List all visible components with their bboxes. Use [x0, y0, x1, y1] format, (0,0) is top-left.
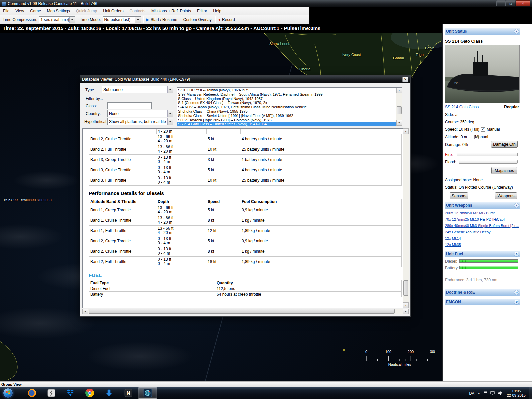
- show-desktop-button[interactable]: [529, 387, 532, 399]
- taskbar-clock[interactable]: 19:05 22-09-2015: [507, 389, 526, 398]
- platform-list-item[interactable]: S Class -- United Kingdom (Royal Navy), …: [177, 97, 396, 101]
- start-button[interactable]: [3, 388, 13, 398]
- network-icon[interactable]: [490, 391, 495, 395]
- platform-list-item[interactable]: S 91 GUPPY II -- Taiwan (Navy), 1969-197…: [177, 88, 396, 92]
- emcon-header: EMCON »: [445, 299, 520, 305]
- weapon-link[interactable]: 289x 40mm/60 Mk3 Single Bofors Burst [2 …: [445, 223, 519, 229]
- taskbar-app-downloader[interactable]: [99, 387, 119, 399]
- window-titlebar[interactable]: Command v1.09 Release Candidate 11 - Bui…: [0, 0, 532, 7]
- scroll-down-icon[interactable]: ▼: [396, 120, 402, 126]
- platform-list-item[interactable]: Shchuka Class -- Soviet Union [-1991] (N…: [177, 114, 396, 118]
- time-mode-dropdown[interactable]: No-pulse (fast): [103, 16, 141, 23]
- type-dropdown[interactable]: Submarine: [102, 86, 173, 93]
- fuel-table-body: Diesel Fuel112,5 tonsBattery64 hours at …: [89, 286, 402, 297]
- unit-photo: 228: [445, 45, 520, 103]
- content-vertical-scrollbar[interactable]: ▲ ▼: [403, 128, 409, 308]
- collapse-chevron-icon[interactable]: »: [514, 203, 519, 208]
- minimize-button[interactable]: –: [496, 0, 506, 6]
- platform-list-scrollbar[interactable]: ▲ ▼: [396, 88, 402, 126]
- taskbar-app-firefox[interactable]: [22, 387, 42, 399]
- platform-list-item[interactable]: S-1 [Cosmos SX-404 Class] -- Taiwan (Nav…: [177, 101, 396, 105]
- scrollbar-thumb[interactable]: [89, 309, 395, 314]
- platform-list-item[interactable]: S-4 ROV -- Japan (Navy), 1979, Hatsushim…: [177, 105, 396, 109]
- language-indicator[interactable]: DA: [469, 391, 474, 395]
- hidden-icons-arrow-icon[interactable]: ▲: [478, 392, 480, 395]
- simulation-time-bar: Time: 22. september 2015 - Zulu: 18:06:1…: [0, 24, 442, 33]
- toolbar-separator: [215, 16, 216, 23]
- scrollbar-thumb[interactable]: [403, 280, 408, 296]
- hypothetical-dropdown[interactable]: Show all platforms, both real-life and h: [107, 118, 173, 125]
- platform-listbox[interactable]: S 91 GUPPY II -- Taiwan (Navy), 1969-197…: [177, 87, 402, 126]
- scroll-right-icon[interactable]: ►: [403, 309, 409, 314]
- performance-row: Band 2, Cruise Throttle0 - 13 ft0 - 4 m8…: [89, 246, 402, 257]
- taskbar-app-command[interactable]: [138, 387, 157, 399]
- time-compression-dropdown[interactable]: 1 sec (real-time): [39, 16, 75, 23]
- class-filter-input[interactable]: [107, 102, 152, 109]
- menu-item-missions-ref-points[interactable]: Missions + Ref. Points: [148, 7, 194, 15]
- taskbar-app-media[interactable]: [42, 387, 61, 399]
- weapon-link[interactable]: 12x Mk35: [445, 242, 519, 248]
- speed-label: Speed: 10 kts (Full): [445, 127, 479, 132]
- weapons-button[interactable]: Weapons: [495, 192, 517, 199]
- damage-ctrl-button[interactable]: Damage Ctrl: [491, 141, 518, 148]
- menu-item-view[interactable]: View: [12, 7, 27, 15]
- menu-item-help[interactable]: Help: [210, 7, 224, 15]
- scroll-left-icon[interactable]: ◄: [82, 309, 88, 314]
- scroll-up-icon[interactable]: ▲: [403, 128, 409, 134]
- platform-listbox-items: S 91 GUPPY II -- Taiwan (Navy), 1969-197…: [177, 88, 396, 126]
- platform-list-item[interactable]: Shchuka Class -- China (Navy), 1955-1975: [177, 109, 396, 114]
- dialog-titlebar[interactable]: Database Viewer: Cold War Database Build…: [80, 76, 410, 83]
- menu-item-unit-orders[interactable]: Unit Orders: [100, 7, 126, 15]
- battery-fuel-bar: [459, 266, 518, 269]
- scroll-down-icon[interactable]: ▼: [403, 302, 409, 308]
- magazines-button[interactable]: Magazines: [491, 167, 517, 174]
- scroll-up-icon[interactable]: ▲: [396, 88, 402, 93]
- proficiency-label: Regular: [445, 105, 519, 109]
- menu-item-editor[interactable]: Editor: [194, 7, 210, 15]
- taskbar-app-dropbox[interactable]: [61, 387, 80, 399]
- action-center-flag-icon[interactable]: [483, 391, 487, 395]
- weapon-link[interactable]: 200x 12.7mm/50 M2 MG Burst: [445, 210, 519, 216]
- menu-item-game[interactable]: Game: [27, 7, 44, 15]
- collapse-chevron-icon[interactable]: »: [514, 252, 519, 257]
- content-horizontal-scrollbar[interactable]: ◄ ►: [82, 309, 409, 314]
- speed-manual-checkbox[interactable]: ✓: [481, 127, 485, 132]
- class-label: Class:: [86, 104, 97, 108]
- svg-text:0: 0: [365, 350, 367, 354]
- svg-text:Nautical miles: Nautical miles: [388, 362, 411, 366]
- taskbar-app-chrome[interactable]: [80, 387, 99, 399]
- menu-item-map-settings[interactable]: Map Settings: [44, 7, 73, 15]
- hypothetical-label: Hypothetical:: [84, 119, 107, 124]
- collapse-chevron-icon[interactable]: »: [514, 29, 519, 34]
- speaker-icon[interactable]: [498, 391, 503, 395]
- start-resume-button[interactable]: Start / Resume: [151, 17, 177, 22]
- diesel-table-body: Band 1, Creep Throttle13 - 66 ft4 - 20 m…: [89, 205, 402, 267]
- custom-overlay-button[interactable]: Custom Overlay: [183, 17, 212, 22]
- system-tray: DA ▲ 19:05 22-09-2015: [469, 387, 532, 399]
- unit-status-sidebar: Unit Status » SS 214 Gato Class: [442, 24, 532, 381]
- taskbar-app-notes[interactable]: N: [119, 387, 138, 399]
- dialog-close-button[interactable]: ✕: [402, 77, 408, 82]
- fuel-row: Diesel Fuel112,5 tons: [89, 286, 402, 292]
- maximize-button[interactable]: □: [506, 0, 515, 6]
- menu-bar: FileViewGameMap SettingsQuick JumpUnit O…: [0, 7, 309, 15]
- close-button[interactable]: ✕: [516, 0, 530, 6]
- fuel-row: Battery64 hours at creep throttle: [89, 292, 402, 297]
- platform-list-item[interactable]: SS 214 Gato Class -- United States (Navy…: [177, 122, 396, 126]
- weapon-link[interactable]: 12x Mk14: [445, 235, 519, 242]
- sensors-button[interactable]: Sensors: [450, 192, 468, 199]
- platform-list-item[interactable]: SO 29 Tayrona [Type 209-1200] -- Colombi…: [177, 118, 396, 122]
- scrollbar-thumb[interactable]: [397, 106, 402, 114]
- filter-by-label: Filter by...: [86, 96, 103, 101]
- expand-chevron-icon[interactable]: »: [514, 290, 519, 295]
- weapon-link[interactable]: 70x 127mm/25 Mk10 HE-PD [HiCap]: [445, 216, 519, 223]
- expand-chevron-icon[interactable]: »: [514, 300, 519, 305]
- platform-list-item[interactable]: S 97 Maria van Riebeeck [Daphne] -- Sout…: [177, 92, 396, 97]
- windows-taskbar: N DA ▲: [0, 387, 532, 399]
- app-icon: [2, 2, 6, 6]
- menu-item-file[interactable]: File: [0, 7, 12, 15]
- record-icon: ●: [218, 17, 221, 22]
- weapon-link[interactable]: 24x Generic Acoustic Decoy: [445, 229, 519, 235]
- record-button[interactable]: Record: [222, 17, 235, 22]
- country-dropdown[interactable]: None: [107, 110, 173, 117]
